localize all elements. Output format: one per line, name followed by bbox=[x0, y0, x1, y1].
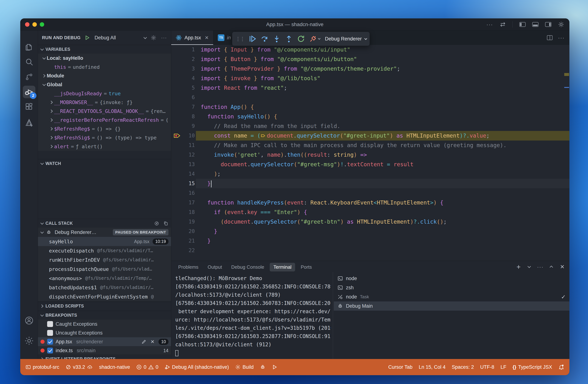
status-item[interactable] bbox=[558, 364, 564, 370]
code-line[interactable]: 19 (document.querySelector("#greet-btn")… bbox=[171, 217, 569, 227]
breakpoint-gutter[interactable] bbox=[171, 169, 183, 179]
breakpoint-gutter[interactable] bbox=[171, 208, 183, 217]
stack-frame-row[interactable]: dispatchEventForPluginEventSystem@ bbox=[38, 292, 171, 301]
checkbox[interactable] bbox=[47, 339, 53, 345]
variable-row[interactable]: $RefreshReg$=() => {} bbox=[38, 124, 171, 133]
edit-breakpoint-icon[interactable] bbox=[141, 339, 147, 344]
panel-more-actions-icon[interactable]: ··· bbox=[537, 264, 544, 270]
status-item[interactable] bbox=[260, 364, 266, 370]
editor-more-actions-icon[interactable]: ··· bbox=[558, 35, 565, 41]
breakpoint-gutter[interactable] bbox=[171, 64, 183, 74]
stack-frame-row[interactable]: <anonymous>@fs/Users/vladimir/Temp/… bbox=[38, 274, 171, 283]
checkbox[interactable] bbox=[47, 347, 53, 353]
terminal-list-item[interactable]: node bbox=[334, 274, 569, 283]
extensions-icon[interactable] bbox=[23, 101, 35, 113]
stack-frame-row[interactable]: runWithFiberInDEV@fs/Users/vladimir… bbox=[38, 255, 171, 265]
stack-frame-row[interactable]: batchedUpdates$1@fs/Users/vladimir/… bbox=[38, 283, 171, 292]
breakpoint-gutter[interactable] bbox=[171, 102, 183, 112]
code-line[interactable]: 5import React from "react"; bbox=[171, 83, 569, 93]
split-editor-icon[interactable] bbox=[547, 35, 552, 40]
new-terminal-icon[interactable]: + bbox=[517, 264, 521, 269]
breakpoint-row[interactable]: App.tsxsrc/renderer✕10 bbox=[38, 337, 171, 346]
code-line[interactable]: 12 invoke('greet', name).then((result: s… bbox=[171, 150, 569, 160]
twisty-icon[interactable] bbox=[41, 75, 47, 77]
code-line[interactable]: 11 // Make an IPC call to the main proce… bbox=[171, 140, 569, 150]
twisty-icon[interactable] bbox=[48, 145, 54, 148]
code-line[interactable]: 21 } bbox=[171, 236, 569, 246]
toggle-secondary-sidebar-icon[interactable] bbox=[545, 22, 551, 27]
variable-row[interactable]: __registerBeforePerformReactRefresh=( bbox=[38, 115, 171, 124]
terminal-list-item[interactable]: Debug Main bbox=[334, 301, 569, 311]
breakpoint-gutter[interactable] bbox=[171, 150, 183, 160]
twisty-icon[interactable] bbox=[41, 83, 47, 86]
breakpoint-gutter[interactable] bbox=[171, 246, 183, 255]
test-tools-icon[interactable] bbox=[23, 116, 35, 129]
panel-tab-problems[interactable]: Problems bbox=[174, 263, 202, 271]
run-and-debug-icon[interactable]: 2 bbox=[23, 86, 35, 98]
code-line[interactable]: 9 // Read the name from the input field. bbox=[171, 121, 569, 131]
toolbar-drag-handle[interactable]: ⋮⋮ bbox=[235, 36, 244, 42]
config-chevron-down-icon[interactable] bbox=[143, 36, 147, 39]
remove-breakpoint-icon[interactable]: ✕ bbox=[151, 339, 155, 345]
terminal-list-item[interactable]: zsh bbox=[334, 283, 569, 292]
code-line[interactable]: 22 bbox=[171, 246, 569, 255]
disconnect-chevron-icon[interactable] bbox=[318, 37, 320, 40]
restart-frame-icon[interactable] bbox=[154, 221, 159, 226]
status-item[interactable]: protobuf-src bbox=[25, 364, 59, 370]
settings-gear-icon[interactable] bbox=[558, 21, 564, 28]
paused-breakpoint-icon[interactable] bbox=[171, 131, 183, 140]
variable-row[interactable]: __MOBROWSER__={invoke: ƒ} bbox=[38, 98, 171, 107]
breakpoint-gutter[interactable] bbox=[171, 121, 183, 131]
breakpoint-gutter[interactable] bbox=[171, 160, 183, 169]
start-debug-icon[interactable] bbox=[84, 35, 90, 40]
toggle-sidebar-icon[interactable] bbox=[519, 22, 525, 27]
breakpoint-gutter[interactable] bbox=[171, 112, 183, 121]
panel-tab-output[interactable]: Output bbox=[204, 263, 226, 271]
twisty-icon[interactable] bbox=[48, 119, 54, 121]
variables-section-header[interactable]: VARIABLES bbox=[38, 45, 171, 54]
debug-session-dropdown[interactable]: Debug Renderer bbox=[324, 36, 366, 42]
close-panel-icon[interactable]: ✕ bbox=[560, 264, 565, 270]
twisty-icon[interactable] bbox=[48, 136, 54, 139]
watch-section-header[interactable]: WATCH bbox=[38, 159, 171, 168]
status-item[interactable]: Build bbox=[235, 364, 253, 370]
code-line[interactable]: 15 } bbox=[171, 179, 569, 188]
event-listener-breakpoints-section-header[interactable]: EVENT LISTENER BREAKPOINTS bbox=[38, 355, 171, 359]
variable-row[interactable]: $RefreshSig$=() => (type) => type bbox=[38, 133, 171, 142]
step-out-icon[interactable] bbox=[285, 35, 293, 43]
breakpoint-gutter[interactable] bbox=[171, 198, 183, 208]
call-stack-section-header[interactable]: CALL STACK bbox=[38, 219, 171, 228]
breakpoint-gutter[interactable] bbox=[171, 74, 183, 83]
twisty-icon[interactable] bbox=[48, 101, 54, 104]
breakpoint-gutter[interactable] bbox=[171, 217, 183, 227]
variable-row[interactable]: this=undefined bbox=[38, 62, 171, 71]
status-item[interactable]: LF bbox=[501, 364, 506, 370]
step-over-icon[interactable] bbox=[260, 35, 269, 43]
debug-settings-gear-icon[interactable] bbox=[151, 35, 156, 40]
maximize-panel-icon[interactable] bbox=[549, 266, 553, 269]
code-line[interactable]: 6 bbox=[171, 93, 569, 102]
code-editor[interactable]: 1import { Input } from "@/components/ui/… bbox=[171, 45, 569, 261]
breakpoint-gutter[interactable] bbox=[171, 179, 183, 188]
status-item[interactable]: UTF-8 bbox=[480, 364, 494, 370]
restart-icon[interactable] bbox=[297, 35, 305, 43]
code-line[interactable]: 13 document.querySelector("#greet-msg")!… bbox=[171, 160, 569, 169]
explorer-icon[interactable] bbox=[23, 40, 35, 53]
more-actions-icon[interactable]: ··· bbox=[486, 21, 493, 28]
twisty-icon[interactable] bbox=[48, 110, 54, 112]
variable-row[interactable]: Module bbox=[38, 71, 171, 80]
views-more-icon[interactable]: ··· bbox=[161, 35, 167, 41]
status-item[interactable]: Debug All (shadcn-native) bbox=[165, 364, 229, 370]
variable-row[interactable]: __jsDebugIsReady=true bbox=[38, 89, 171, 98]
code-line[interactable]: 16 bbox=[171, 188, 569, 198]
toggle-panel-icon[interactable] bbox=[532, 22, 539, 27]
source-control-icon[interactable] bbox=[23, 71, 35, 83]
accounts-icon[interactable] bbox=[23, 314, 35, 327]
code-line[interactable]: 4import { invoke } from "@/lib/tools" bbox=[171, 74, 569, 83]
panel-tab-ports[interactable]: Ports bbox=[297, 263, 315, 271]
code-line[interactable]: 14 ); bbox=[171, 169, 569, 179]
search-icon[interactable] bbox=[23, 56, 35, 68]
code-line[interactable]: 3import { ThemeProvider } from "@/compon… bbox=[171, 64, 569, 74]
panel-tab-terminal[interactable]: Terminal bbox=[270, 263, 295, 271]
stack-frame-row[interactable]: sayHelloApp.tsx10:19 bbox=[38, 237, 171, 246]
